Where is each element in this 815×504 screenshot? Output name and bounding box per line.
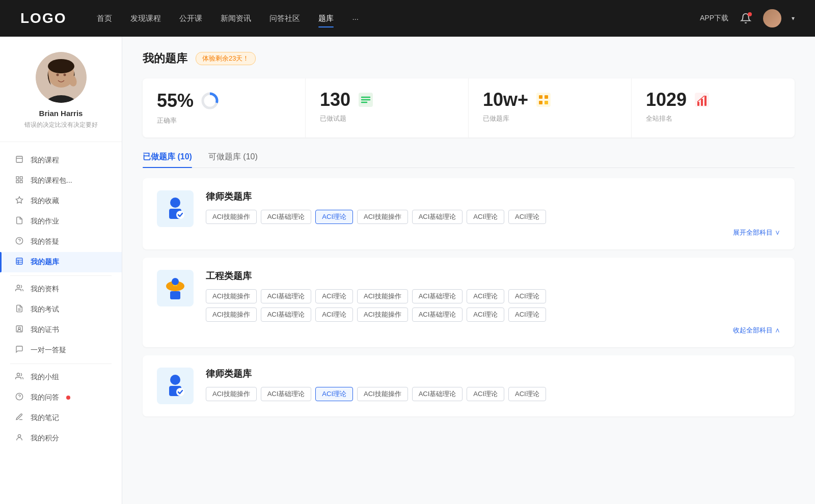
content-area: 我的题库 体验剩余23天！ 55% 正确率 130 xyxy=(122,37,815,504)
stat-banks-done: 10w+ 已做题库 xyxy=(469,78,632,137)
svg-rect-36 xyxy=(536,93,551,107)
nav-qbank[interactable]: 题库 xyxy=(318,12,334,25)
nav-open-course[interactable]: 公开课 xyxy=(179,12,202,25)
tag-2a-2[interactable]: ACI理论 xyxy=(315,289,353,303)
tag-2b-4[interactable]: ACI基础理论 xyxy=(412,307,463,322)
tag-2b-5[interactable]: ACI理论 xyxy=(467,307,504,322)
tag-2a-0[interactable]: ACI技能操作 xyxy=(206,289,257,303)
tags-row-2a: ACI技能操作 ACI基础理论 ACI理论 ACI技能操作 ACI基础理论 AC… xyxy=(206,289,780,303)
tag-2a-3[interactable]: ACI技能操作 xyxy=(357,289,408,303)
lawyer-svg-1 xyxy=(162,195,188,222)
tag-1-5[interactable]: ACI理论 xyxy=(467,210,504,224)
sidebar-item-qa[interactable]: 我的答疑 xyxy=(0,232,122,252)
notes-icon xyxy=(14,413,24,423)
tag-3-5[interactable]: ACI理论 xyxy=(467,387,504,401)
tag-2a-1[interactable]: ACI基础理论 xyxy=(261,289,312,303)
nav-news[interactable]: 新闻资讯 xyxy=(221,12,251,25)
user-menu-chevron[interactable]: ▾ xyxy=(792,15,795,22)
my-qa-icon xyxy=(14,393,24,403)
qbank-title-2: 工程类题库 xyxy=(206,270,780,282)
qbank-card-inner-1: 律师类题库 ACI技能操作 ACI基础理论 ACI理论 ACI技能操作 ACI基… xyxy=(157,190,780,237)
qbank-title-3: 律师类题库 xyxy=(206,368,780,380)
sidebar-item-points-label: 我的积分 xyxy=(31,434,59,443)
svg-point-45 xyxy=(170,198,180,208)
course-icon xyxy=(14,155,24,165)
tag-1-0[interactable]: ACI技能操作 xyxy=(206,210,257,224)
svg-rect-37 xyxy=(539,95,542,99)
sidebar-item-notes[interactable]: 我的笔记 xyxy=(0,408,122,428)
tag-1-2[interactable]: ACI理论 xyxy=(315,210,353,224)
collapse-link-2[interactable]: 收起全部科目 ∧ xyxy=(206,326,780,335)
exam-icon xyxy=(14,304,24,315)
sidebar-item-notes-label: 我的笔记 xyxy=(31,413,59,423)
svg-rect-38 xyxy=(545,95,548,99)
navbar: LOGO 首页 发现课程 公开课 新闻资讯 问答社区 题库 ··· APP下载 … xyxy=(0,0,815,37)
tag-2b-1[interactable]: ACI基础理论 xyxy=(261,307,312,322)
notification-dot xyxy=(748,12,752,16)
nav-discover[interactable]: 发现课程 xyxy=(130,12,161,25)
tag-1-4[interactable]: ACI基础理论 xyxy=(412,210,463,224)
tag-2a-5[interactable]: ACI理论 xyxy=(467,289,504,303)
sidebar-item-profile[interactable]: 我的资料 xyxy=(0,279,122,299)
tag-3-1[interactable]: ACI基础理论 xyxy=(261,387,312,401)
svg-rect-43 xyxy=(701,99,703,106)
tag-2a-6[interactable]: ACI理论 xyxy=(508,289,546,303)
svg-rect-10 xyxy=(16,177,19,179)
qa-badge xyxy=(66,396,70,400)
notification-bell[interactable] xyxy=(739,11,753,25)
tab-todo[interactable]: 可做题库 (10) xyxy=(208,152,258,167)
navbar-right: APP下载 ▾ xyxy=(700,9,795,27)
tag-1-6[interactable]: ACI理论 xyxy=(508,210,546,224)
sidebar-item-my-qa[interactable]: 我的问答 xyxy=(0,387,122,408)
qbank-lawyer-icon-1 xyxy=(157,190,194,227)
profile-name: Brian Harris xyxy=(39,109,83,118)
stat-top-3: 10w+ xyxy=(483,91,617,109)
tag-1-3[interactable]: ACI技能操作 xyxy=(357,210,408,224)
stat-value-2: 130 xyxy=(320,91,350,109)
tab-done[interactable]: 已做题库 (10) xyxy=(143,152,192,167)
nav-home[interactable]: 首页 xyxy=(97,12,112,25)
tag-2a-4[interactable]: ACI基础理论 xyxy=(412,289,463,303)
tag-3-2[interactable]: ACI理论 xyxy=(315,387,353,401)
expand-link-1[interactable]: 展开全部科目 ∨ xyxy=(206,228,780,237)
stat-label-3: 已做题库 xyxy=(483,114,617,123)
tag-3-4[interactable]: ACI基础理论 xyxy=(412,387,463,401)
tag-1-1[interactable]: ACI基础理论 xyxy=(261,210,312,224)
tag-2b-2[interactable]: ACI理论 xyxy=(315,307,353,322)
sidebar-item-points[interactable]: 我的积分 xyxy=(0,428,122,449)
sidebar-item-cert[interactable]: 我的证书 xyxy=(0,320,122,340)
tutor-icon xyxy=(14,345,24,355)
sidebar-item-course[interactable]: 我的课程 xyxy=(0,150,122,171)
sidebar-avatar[interactable] xyxy=(36,52,87,103)
app-download-link[interactable]: APP下载 xyxy=(700,14,728,23)
stat-label-2: 已做试题 xyxy=(320,114,454,123)
sidebar-item-course-pkg[interactable]: 我的课程包... xyxy=(0,171,122,191)
sidebar-item-tutor[interactable]: 一对一答疑 xyxy=(0,340,122,360)
sidebar-item-profile-label: 我的资料 xyxy=(31,285,59,294)
tag-3-0[interactable]: ACI技能操作 xyxy=(206,387,257,401)
tag-3-3[interactable]: ACI技能操作 xyxy=(357,387,408,401)
tag-3-6[interactable]: ACI理论 xyxy=(508,387,546,401)
sidebar-item-qbank[interactable]: 我的题库 xyxy=(0,252,122,272)
qbank-card-engineer: 工程类题库 ACI技能操作 ACI基础理论 ACI理论 ACI技能操作 ACI基… xyxy=(143,258,795,347)
sidebar-item-exam[interactable]: 我的考试 xyxy=(0,299,122,320)
svg-point-29 xyxy=(18,435,20,437)
bar-chart-icon xyxy=(693,91,711,109)
nav-more[interactable]: ··· xyxy=(352,12,359,25)
tag-2b-0[interactable]: ACI技能操作 xyxy=(206,307,257,322)
stat-value-4: 1029 xyxy=(646,91,687,109)
sidebar-item-group[interactable]: 我的小组 xyxy=(0,367,122,387)
tabs-row: 已做题库 (10) 可做题库 (10) xyxy=(143,152,795,168)
qa-icon xyxy=(14,237,24,247)
sidebar-item-homework[interactable]: 我的作业 xyxy=(0,211,122,232)
course-pkg-icon xyxy=(14,176,24,186)
sidebar-item-favorites[interactable]: 我的收藏 xyxy=(0,191,122,211)
nav-qa[interactable]: 问答社区 xyxy=(269,12,300,25)
user-avatar-nav[interactable] xyxy=(763,9,781,27)
sidebar-item-course-label: 我的课程 xyxy=(31,156,59,165)
tag-2b-6[interactable]: ACI理论 xyxy=(508,307,546,322)
tag-2b-3[interactable]: ACI技能操作 xyxy=(357,307,408,322)
svg-point-21 xyxy=(17,285,19,288)
svg-rect-49 xyxy=(167,286,183,289)
qbank-card-inner-2: 工程类题库 ACI技能操作 ACI基础理论 ACI理论 ACI技能操作 ACI基… xyxy=(157,270,780,335)
